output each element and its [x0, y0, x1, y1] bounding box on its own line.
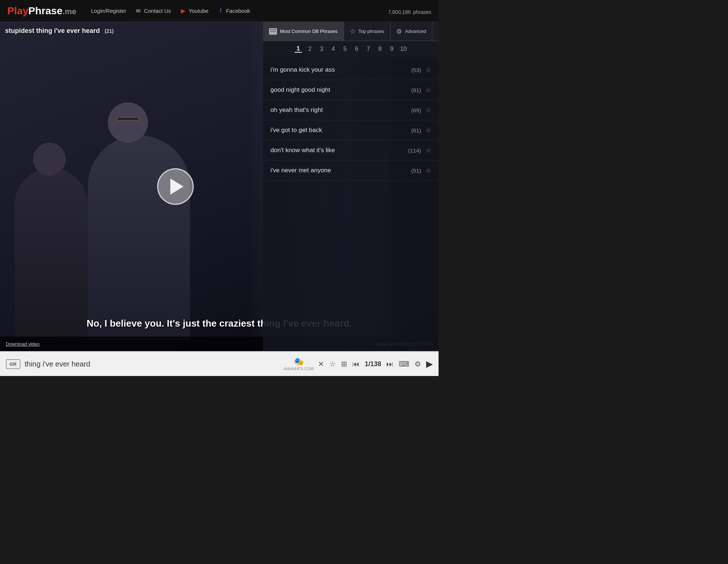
page-1[interactable]: 1 [295, 45, 302, 53]
bottom-bar: GR 🎭 AHHHHFS.COM ✕ ☆ ⊞ ⏮ 1/138 ⏭ ⌨ ⚙ ▶ [0, 351, 439, 376]
next-button[interactable]: ⏭ [386, 360, 394, 368]
phrases-label: phrases [413, 9, 431, 15]
phrase-item-2[interactable]: good night good night (91) ☆ [263, 80, 439, 100]
logo-me: .me [62, 7, 76, 16]
close-button[interactable]: ✕ [318, 360, 324, 368]
nav-facebook[interactable]: f Facebook [217, 8, 250, 14]
nav-contact[interactable]: ✉ Contact Us [135, 8, 171, 14]
favorite-star-5[interactable]: ☆ [425, 146, 431, 154]
phrase-text-1: i'm gonna kick your ass [270, 66, 408, 74]
phrase-text-4: i've got to get back [270, 127, 408, 134]
logo-play: Play [7, 5, 29, 16]
phrase-text-5: don't know what it's like [270, 147, 405, 154]
logo[interactable]: PlayPhrase.me [7, 5, 76, 17]
phrase-text-6: i've never met anyone [270, 167, 408, 174]
nav-links: Login/Register ✉ Contact Us ▶ Youtube f … [91, 8, 386, 14]
phrase-item-5[interactable]: don't know what it's like (114) ☆ [263, 140, 439, 161]
phrase-count-3: (69) [411, 107, 421, 113]
subtitles-button[interactable]: ⊞ [341, 360, 347, 368]
keyboard-button[interactable]: ⌨ [399, 360, 409, 368]
prev-button[interactable]: ⏮ [352, 360, 360, 368]
advanced-icon: ⚙ [396, 27, 402, 35]
page-10[interactable]: 10 [400, 46, 407, 52]
phrase-count-5: (114) [408, 147, 421, 154]
search-input-bottom[interactable] [25, 360, 280, 368]
fraction-display: 1/138 [365, 360, 381, 368]
search-query-overlay: stupidest thing i've ever heard (21) [5, 27, 114, 35]
phrase-item-6[interactable]: i've never met anyone (51) ☆ [263, 161, 439, 181]
play-ctrl-button[interactable]: ▶ [426, 359, 433, 369]
star-button[interactable]: ☆ [329, 360, 336, 368]
phrase-text-3: oh yeah that's right [270, 106, 408, 114]
page-6[interactable]: 6 [353, 46, 360, 52]
phrase-count-6: (51) [411, 168, 421, 174]
phrase-count-4: (61) [411, 127, 421, 134]
ahhhhfs-logo[interactable]: 🎭 AHHHHFS.COM [284, 357, 314, 371]
nav-login[interactable]: Login/Register [91, 8, 126, 14]
tab-most-common[interactable]: Most Common DB Phrases [263, 22, 344, 41]
gr-badge: GR [6, 359, 20, 369]
tab-top-phrases-label: Top phrases [359, 29, 384, 34]
pagination: 1 2 3 4 5 6 7 8 9 10 [263, 41, 439, 57]
search-count: (21) [105, 28, 114, 34]
facebook-icon: f [217, 8, 224, 14]
main-content: stupidest thing i've ever heard (21) No,… [0, 22, 439, 351]
page-2[interactable]: 2 [306, 46, 314, 52]
favorite-star-4[interactable]: ☆ [425, 126, 431, 134]
page-9[interactable]: 9 [388, 46, 395, 52]
download-video-link[interactable]: Download video [6, 341, 40, 347]
youtube-icon: ▶ [180, 8, 186, 14]
phrase-item-1[interactable]: i'm gonna kick your ass (53) ☆ [263, 60, 439, 80]
page-5[interactable]: 5 [341, 46, 349, 52]
ahhhhfs-label: AHHHHFS.COM [284, 366, 314, 371]
tab-advanced-label: Advanced [405, 29, 426, 34]
tab-top-phrases[interactable]: ☆ Top phrases [344, 22, 391, 41]
play-button[interactable] [157, 168, 194, 205]
email-icon: ✉ [135, 8, 142, 14]
phrase-count-2: (91) [411, 87, 421, 93]
phrases-panel: Most Common DB Phrases ☆ Top phrases ⚙ A… [263, 22, 439, 351]
page-8[interactable]: 8 [376, 46, 384, 52]
tab-advanced[interactable]: ⚙ Advanced [390, 22, 432, 41]
bottom-controls: ✕ ☆ ⊞ ⏮ 1/138 ⏭ ⌨ ⚙ ▶ [318, 359, 433, 369]
settings-button[interactable]: ⚙ [414, 360, 421, 368]
db-icon [269, 28, 277, 35]
nav-youtube[interactable]: ▶ Youtube [180, 8, 209, 14]
favorite-star-2[interactable]: ☆ [425, 86, 431, 94]
page-3[interactable]: 3 [318, 46, 325, 52]
search-query-text: stupidest thing i've ever heard [5, 27, 100, 34]
phrase-count: 7,600,186phrases [386, 5, 431, 16]
tab-most-common-label: Most Common DB Phrases [280, 29, 338, 34]
phrase-count-1: (53) [411, 67, 421, 73]
page-4[interactable]: 4 [330, 46, 337, 52]
phrase-text-2: good night good night [270, 86, 408, 94]
phrase-item-4[interactable]: i've got to get back (61) ☆ [263, 120, 439, 140]
favorite-star-6[interactable]: ☆ [425, 166, 431, 174]
ahhhhfs-icon: 🎭 [294, 357, 304, 366]
logo-phrase: Phrase [29, 5, 62, 16]
header: PlayPhrase.me Login/Register ✉ Contact U… [0, 0, 439, 22]
nav-facebook-label: Facebook [226, 8, 250, 14]
favorite-star-1[interactable]: ☆ [425, 66, 431, 74]
favorite-star-3[interactable]: ☆ [425, 106, 431, 114]
nav-youtube-label: Youtube [189, 8, 209, 14]
panel-tabs: Most Common DB Phrases ☆ Top phrases ⚙ A… [263, 22, 439, 41]
play-triangle-icon [170, 178, 183, 195]
nav-contact-label: Contact Us [144, 8, 171, 14]
star-tab-icon: ☆ [350, 27, 356, 35]
phrase-item-3[interactable]: oh yeah that's right (69) ☆ [263, 100, 439, 120]
page-7[interactable]: 7 [365, 46, 372, 52]
phrase-list: i'm gonna kick your ass (53) ☆ good nigh… [263, 57, 439, 351]
